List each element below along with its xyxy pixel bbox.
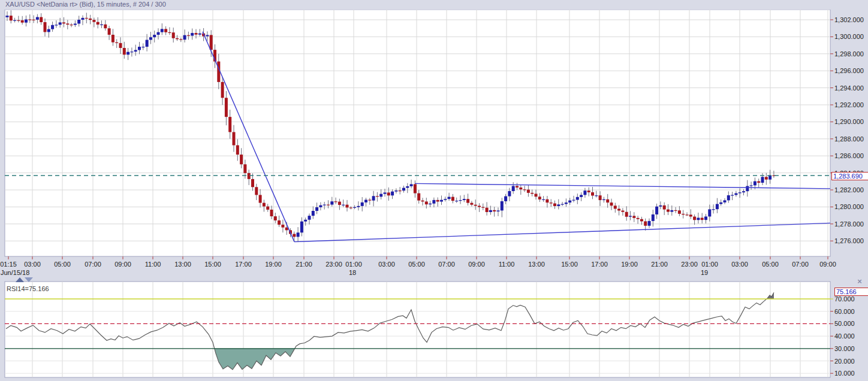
candle-body	[179, 39, 182, 40]
candle-body	[198, 34, 201, 35]
candle-body	[697, 218, 700, 220]
candle-body	[297, 232, 300, 237]
candle-body	[448, 197, 451, 199]
candle-body	[583, 190, 586, 195]
candle-body	[368, 199, 371, 200]
chart-canvas[interactable]: 1,302.0001,300.0001,298.0001,296.0001,29…	[0, 0, 868, 381]
candle-body	[255, 187, 258, 195]
candle-body	[497, 210, 500, 211]
candle-body	[402, 188, 405, 191]
candle-body	[123, 48, 126, 55]
candle-body	[323, 205, 326, 205]
candle-body	[111, 35, 114, 43]
candle-body	[565, 202, 568, 204]
candle-body	[266, 207, 269, 210]
candle-body	[410, 184, 413, 186]
candle-body	[572, 200, 575, 201]
candle-body	[187, 35, 190, 36]
candle-body	[493, 210, 496, 211]
candle-body	[432, 200, 435, 204]
candle-body	[221, 82, 224, 98]
candle-body	[414, 184, 417, 193]
candle-body	[82, 18, 85, 20]
candle-body	[338, 202, 341, 205]
candle-body	[270, 210, 273, 216]
candle-body	[617, 208, 620, 210]
candle-body	[508, 191, 511, 196]
candle-body	[349, 207, 352, 208]
candle-body	[379, 194, 382, 197]
candle-body	[206, 35, 209, 36]
candle-body	[614, 205, 617, 208]
candle-body	[652, 214, 655, 221]
candle-body	[195, 33, 198, 35]
candle-body	[243, 164, 246, 173]
candle-body	[474, 205, 477, 206]
candle-body	[761, 177, 764, 183]
candle-body	[59, 22, 62, 25]
rsi-axis[interactable]	[830, 286, 868, 377]
panel-resize-up-icon[interactable]	[16, 277, 24, 282]
candle-body	[701, 218, 704, 220]
candle-body	[236, 145, 239, 155]
candle-body	[765, 177, 768, 179]
candle-body	[587, 190, 590, 192]
candle-body	[746, 186, 749, 192]
candle-body	[36, 17, 39, 20]
candle-body	[28, 19, 31, 20]
rsi-current-value: 75.166	[836, 288, 857, 295]
candle-body	[62, 22, 65, 23]
candle-body	[55, 25, 58, 25]
candle-body	[693, 217, 696, 220]
candle-body	[659, 205, 662, 207]
rsi-plot-area[interactable]	[5, 282, 830, 377]
candle-body	[168, 32, 171, 33]
candle-body	[481, 207, 484, 208]
candle-body	[501, 201, 504, 211]
chart-title-bar: XAU/USD <NetDania rt> (Bid), 15 minutes,…	[0, 0, 868, 10]
candle-body	[66, 23, 69, 25]
candle-body	[523, 189, 526, 190]
candle-body	[739, 192, 742, 193]
candle-body	[670, 210, 673, 212]
candle-body	[440, 200, 443, 202]
candle-body	[708, 209, 711, 216]
candle-body	[553, 204, 556, 206]
candle-body	[157, 32, 160, 35]
close-indicator-icon[interactable]: ×	[855, 277, 864, 285]
candle-body	[304, 220, 307, 222]
candle-body	[391, 192, 394, 196]
candle-body	[731, 195, 734, 195]
candle-body	[141, 47, 144, 47]
candle-body	[561, 204, 564, 205]
candle-body	[545, 199, 548, 202]
candle-body	[516, 186, 519, 187]
candle-body	[312, 211, 315, 216]
candle-body	[51, 25, 54, 29]
candle-body	[444, 199, 447, 200]
candle-body	[421, 201, 424, 202]
candle-body	[281, 225, 284, 228]
candle-body	[644, 221, 647, 225]
candle-body	[25, 19, 28, 22]
panel-resize-down-icon[interactable]	[25, 277, 33, 282]
candle-body	[228, 117, 231, 132]
candle-body	[489, 210, 492, 212]
price-axis[interactable]	[830, 10, 868, 256]
candle-body	[119, 43, 122, 48]
candle-body	[100, 25, 103, 25]
time-axis[interactable]	[0, 256, 868, 282]
candle-body	[689, 214, 692, 216]
chart-window: 1,302.0001,300.0001,298.0001,296.0001,29…	[0, 0, 868, 381]
candle-body	[663, 205, 666, 210]
candle-body	[146, 40, 149, 47]
candle-body	[436, 200, 439, 202]
candle-body	[274, 216, 277, 220]
current-price-label: 1,283.690	[831, 172, 868, 180]
candle-body	[108, 28, 111, 35]
current-price-value: 1,283.690	[833, 173, 863, 180]
candle-body	[557, 204, 560, 206]
candle-body	[327, 205, 330, 205]
candle-body	[293, 234, 296, 237]
candle-body	[10, 16, 13, 20]
